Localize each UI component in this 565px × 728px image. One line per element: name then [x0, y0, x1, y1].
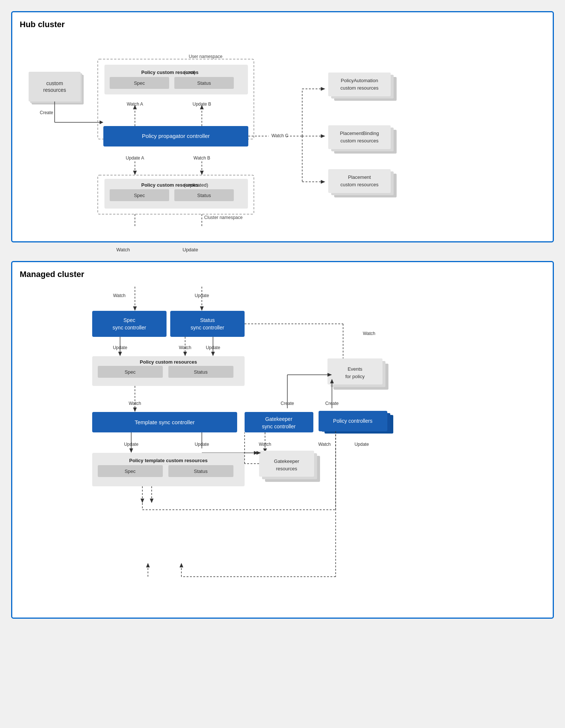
- svg-text:sync controller: sync controller: [113, 325, 146, 331]
- svg-text:custom resources: custom resources: [340, 138, 379, 144]
- svg-text:sync controller: sync controller: [191, 325, 225, 331]
- svg-text:Status: Status: [197, 80, 211, 86]
- svg-marker-71: [200, 306, 204, 311]
- svg-text:Placement: Placement: [348, 174, 371, 180]
- svg-text:PolicyAutomation: PolicyAutomation: [341, 78, 378, 83]
- svg-text:Status: Status: [194, 369, 208, 375]
- svg-text:Update: Update: [195, 293, 209, 298]
- svg-text:sync controller: sync controller: [262, 423, 296, 429]
- svg-text:(root): (root): [184, 70, 196, 75]
- svg-text:Spec: Spec: [125, 468, 136, 474]
- update-label-hub: Update: [183, 247, 198, 252]
- svg-marker-92: [183, 352, 187, 356]
- main-wrapper: Hub cluster custom resources Create User…: [7, 7, 558, 630]
- svg-text:Status: Status: [197, 193, 211, 198]
- managed-cluster-box: Managed cluster Watch Update Spec sync c…: [11, 261, 554, 619]
- svg-text:custom resources: custom resources: [340, 182, 379, 187]
- svg-text:resources: resources: [276, 466, 297, 471]
- svg-text:Policy propagator controller: Policy propagator controller: [142, 133, 210, 139]
- svg-marker-123: [129, 448, 133, 453]
- svg-marker-48: [321, 180, 325, 184]
- svg-text:PlacementBinding: PlacementBinding: [340, 131, 379, 136]
- svg-marker-89: [118, 352, 122, 356]
- svg-text:Gatekeeper: Gatekeeper: [274, 458, 300, 464]
- svg-marker-138: [146, 563, 150, 567]
- svg-marker-45: [321, 134, 325, 138]
- svg-text:Update A: Update A: [126, 155, 144, 161]
- custom-resources-label: custom: [46, 80, 63, 86]
- svg-text:Spec: Spec: [123, 317, 135, 323]
- svg-text:Gatekeeper: Gatekeeper: [265, 416, 292, 422]
- svg-marker-153: [141, 499, 144, 503]
- svg-text:Spec: Spec: [134, 193, 145, 198]
- create-label: Create: [40, 110, 53, 115]
- user-namespace-label: User namespace: [189, 54, 223, 59]
- svg-rect-56: [328, 125, 391, 149]
- svg-text:Cluster namespace: Cluster namespace: [204, 215, 243, 220]
- svg-marker-43: [321, 87, 325, 91]
- svg-text:resources: resources: [43, 87, 66, 93]
- svg-rect-75: [170, 311, 245, 337]
- hub-diagram-svg: custom resources Create User namespace P…: [20, 37, 562, 234]
- managed-diagram-svg: Watch Update Spec sync controller Status…: [20, 287, 562, 610]
- svg-marker-104: [133, 408, 137, 412]
- svg-marker-6: [100, 120, 103, 124]
- svg-text:Events: Events: [348, 366, 362, 372]
- svg-text:Watch B: Watch B: [194, 155, 210, 161]
- svg-text:Watch C: Watch C: [271, 133, 288, 138]
- svg-marker-28: [200, 171, 204, 175]
- svg-rect-61: [328, 169, 391, 193]
- svg-text:Watch: Watch: [113, 293, 126, 298]
- svg-marker-136: [180, 563, 183, 567]
- svg-marker-70: [133, 306, 137, 311]
- svg-marker-155: [150, 499, 154, 503]
- watch-label-hub: Watch: [116, 247, 130, 252]
- svg-text:Watch: Watch: [363, 331, 375, 336]
- managed-cluster-title: Managed cluster: [20, 270, 545, 279]
- svg-text:Policy custom resources: Policy custom resources: [140, 359, 197, 365]
- svg-text:Status: Status: [200, 317, 215, 323]
- svg-marker-95: [211, 352, 215, 356]
- svg-marker-25: [133, 171, 137, 175]
- svg-text:Status: Status: [194, 468, 208, 474]
- hub-cluster-title: Hub cluster: [20, 20, 545, 29]
- svg-text:Update: Update: [355, 442, 369, 447]
- svg-text:Template sync controller: Template sync controller: [135, 419, 195, 425]
- svg-text:Policy template custom resourc: Policy template custom resources: [129, 458, 208, 463]
- svg-rect-2: [29, 72, 81, 102]
- svg-text:Spec: Spec: [125, 369, 136, 375]
- svg-text:(replicated): (replicated): [184, 182, 208, 188]
- svg-text:custom resources: custom resources: [340, 85, 379, 91]
- hub-cluster-box: Hub cluster custom resources Create User…: [11, 11, 554, 242]
- svg-text:Policy controllers: Policy controllers: [333, 418, 372, 424]
- svg-rect-72: [92, 311, 167, 337]
- svg-text:for policy: for policy: [345, 374, 365, 379]
- svg-text:Watch: Watch: [318, 442, 331, 447]
- svg-rect-51: [328, 73, 391, 96]
- svg-text:Spec: Spec: [134, 80, 145, 86]
